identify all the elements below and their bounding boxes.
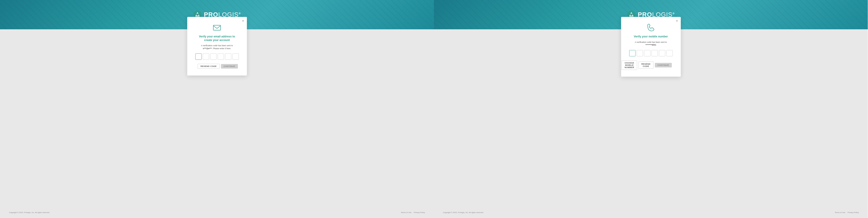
code-input-5[interactable] bbox=[225, 53, 231, 60]
continue-button[interactable]: CONTINUE bbox=[655, 63, 672, 67]
code-input-6[interactable] bbox=[666, 50, 673, 56]
masked-email: s***@e*** bbox=[203, 47, 212, 50]
code-input-3[interactable] bbox=[644, 50, 650, 56]
resend-code-button[interactable]: RESEND CODE bbox=[197, 64, 220, 69]
change-mobile-button[interactable]: CHANGE MOBILE NUMBER bbox=[622, 60, 637, 70]
email-icon bbox=[213, 24, 221, 32]
masked-phone: ********9001 bbox=[645, 44, 656, 46]
copyright: Copyright © 2022, Prologis, Inc. All rig… bbox=[443, 212, 484, 214]
code-input-1[interactable] bbox=[195, 53, 202, 60]
svg-point-6 bbox=[630, 13, 632, 16]
footer-links: Terms of Use Privacy Policy bbox=[835, 212, 859, 214]
modal-actions: RESEND CODE CONTINUE bbox=[196, 64, 238, 69]
code-input-1[interactable] bbox=[629, 50, 636, 56]
modal-title: Verify your mobile number bbox=[630, 35, 672, 38]
footer: Copyright © 2022, Prologis, Inc. All rig… bbox=[434, 212, 868, 214]
modal-actions: CHANGE MOBILE NUMBER RESEND CODE CONTINU… bbox=[630, 60, 672, 70]
code-input-3[interactable] bbox=[210, 53, 216, 60]
email-verification-panel: PROLOGIS® × Verify your email address to… bbox=[0, 0, 434, 218]
close-button[interactable]: × bbox=[676, 19, 678, 23]
terms-link[interactable]: Terms of Use bbox=[401, 212, 411, 214]
phone-icon bbox=[647, 24, 655, 32]
svg-rect-3 bbox=[213, 25, 221, 30]
email-verification-modal: × Verify your email address to create yo… bbox=[187, 17, 247, 76]
modal-title: Verify your email address to create your… bbox=[196, 35, 238, 42]
phone-verification-modal: × Verify your mobile number A verificati… bbox=[621, 17, 681, 77]
phone-icon-container bbox=[630, 24, 672, 33]
code-input-5[interactable] bbox=[659, 50, 665, 56]
privacy-link[interactable]: Privacy Policy bbox=[414, 212, 425, 214]
code-input-group bbox=[196, 53, 238, 60]
code-input-2[interactable] bbox=[637, 50, 643, 56]
code-input-6[interactable] bbox=[232, 53, 239, 60]
copyright: Copyright © 2022, Prologis, Inc. All rig… bbox=[9, 212, 50, 214]
privacy-link[interactable]: Privacy Policy bbox=[847, 212, 859, 214]
phone-verification-panel: PROLOGIS® × Verify your mobile number A … bbox=[434, 0, 868, 218]
code-input-4[interactable] bbox=[218, 53, 224, 60]
modal-subtitle: A verification code has been sent to ***… bbox=[630, 41, 672, 47]
svg-point-2 bbox=[196, 13, 198, 16]
code-input-group bbox=[630, 50, 672, 56]
resend-code-button[interactable]: RESEND CODE bbox=[638, 61, 653, 69]
continue-button[interactable]: CONTINUE bbox=[221, 64, 238, 69]
modal-subtitle: A verification code has been sent to s**… bbox=[196, 44, 238, 50]
footer-links: Terms of Use Privacy Policy bbox=[401, 212, 425, 214]
close-button[interactable]: × bbox=[242, 19, 244, 23]
terms-link[interactable]: Terms of Use bbox=[835, 212, 845, 214]
email-icon-container bbox=[196, 24, 238, 33]
code-input-4[interactable] bbox=[651, 50, 658, 56]
code-input-2[interactable] bbox=[203, 53, 209, 60]
footer: Copyright © 2022, Prologis, Inc. All rig… bbox=[0, 212, 434, 214]
